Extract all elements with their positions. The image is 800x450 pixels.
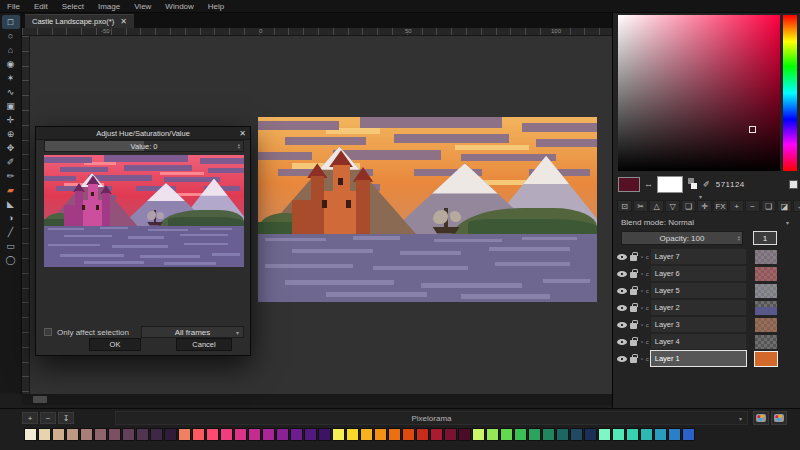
visibility-eye-icon[interactable] <box>617 271 627 277</box>
lock-icon[interactable] <box>630 289 637 295</box>
layer-thumbnail[interactable] <box>755 267 777 281</box>
lock-icon[interactable] <box>630 340 637 346</box>
layer-btn-cut[interactable]: ✂ <box>633 200 648 212</box>
default-colors-button[interactable] <box>688 178 698 190</box>
frame-btn-clear[interactable]: ◪ <box>777 200 792 212</box>
opacity-stepper-icon[interactable]: ▴▾ <box>738 235 740 242</box>
layer-row-layer-5[interactable]: ∘ c Layer 5 <box>617 283 777 298</box>
layer-btn-mask[interactable]: ▽ <box>665 200 680 212</box>
palette-swatch[interactable] <box>402 428 415 441</box>
frame-btn-add[interactable]: + <box>729 200 744 212</box>
layer-row-layer-1[interactable]: ∘ c Layer 1 <box>617 351 777 366</box>
palette-swatch[interactable] <box>430 428 443 441</box>
tool-color-picker[interactable]: ✐ <box>2 155 20 169</box>
tool-line[interactable]: ╱ <box>2 225 20 239</box>
tool-lasso[interactable]: ∿ <box>2 85 20 99</box>
visibility-eye-icon[interactable] <box>617 254 627 260</box>
palette-swatch[interactable] <box>682 428 695 441</box>
layer-thumbnail[interactable] <box>755 352 777 366</box>
tool-move[interactable]: ✛ <box>2 113 20 127</box>
palette-swatch[interactable] <box>472 428 485 441</box>
tool-ellipse-select[interactable]: ○ <box>2 29 20 43</box>
color-options-button[interactable] <box>789 180 798 189</box>
tool-rectangle[interactable]: ▭ <box>2 239 20 253</box>
blend-mode-row[interactable]: Blend mode: Normal ▾ <box>621 216 793 228</box>
layer-row-layer-3[interactable]: ∘ c Layer 3 <box>617 317 777 332</box>
layer-name[interactable]: Layer 4 <box>651 334 746 349</box>
layer-thumbnail[interactable] <box>755 301 777 315</box>
cel-icon[interactable]: c <box>646 305 649 311</box>
palette-swatch[interactable] <box>38 428 51 441</box>
layer-thumbnail[interactable] <box>755 318 777 332</box>
palette-swatch[interactable] <box>458 428 471 441</box>
tool-zoom[interactable]: ⊕ <box>2 127 20 141</box>
palette-swatch[interactable] <box>108 428 121 441</box>
visibility-eye-icon[interactable] <box>617 356 627 362</box>
link-cels-icon[interactable]: ∘ <box>640 338 644 345</box>
layer-name[interactable]: Layer 7 <box>651 249 746 264</box>
link-cels-icon[interactable]: ∘ <box>640 270 644 277</box>
palette-swatch[interactable] <box>262 428 275 441</box>
palette-swatch[interactable] <box>122 428 135 441</box>
palette-swatch[interactable] <box>136 428 149 441</box>
palette-swatch[interactable] <box>234 428 247 441</box>
palette-swatch[interactable] <box>584 428 597 441</box>
tool-polygon-select[interactable]: ⌂ <box>2 43 20 57</box>
visibility-eye-icon[interactable] <box>617 288 627 294</box>
palette-swatch[interactable] <box>612 428 625 441</box>
palette-swatch[interactable] <box>178 428 191 441</box>
edit-palette-button[interactable] <box>753 411 769 425</box>
lock-icon[interactable] <box>630 272 637 278</box>
tool-pencil[interactable]: ✏ <box>2 169 20 183</box>
layer-row-layer-6[interactable]: ∘ c Layer 6 <box>617 266 777 281</box>
cel-icon[interactable]: c <box>646 254 649 260</box>
cancel-button[interactable]: Cancel <box>176 338 232 351</box>
palette-swatch[interactable] <box>150 428 163 441</box>
menu-view[interactable]: View <box>127 2 158 11</box>
visibility-eye-icon[interactable] <box>617 322 627 328</box>
visibility-eye-icon[interactable] <box>617 305 627 311</box>
palette-swatch[interactable] <box>52 428 65 441</box>
lock-icon[interactable] <box>630 323 637 329</box>
slider-value[interactable]: Value: 0 ▴▾ <box>44 140 244 152</box>
frame-btn-move-left[interactable]: ← <box>793 200 800 212</box>
tab-castle-landscape[interactable]: Castle Landscape.pxo(*) ✕ <box>25 14 134 28</box>
dialog-title-bar[interactable]: Adjust Hue/Saturation/Value ✕ <box>36 127 250 140</box>
menu-edit[interactable]: Edit <box>27 2 55 11</box>
palette-swatch[interactable] <box>444 428 457 441</box>
cel-icon[interactable]: c <box>646 322 649 328</box>
cel-icon[interactable]: c <box>646 271 649 277</box>
swap-colors-icon[interactable]: ↔ <box>644 179 653 189</box>
palette-swatch[interactable] <box>276 428 289 441</box>
menu-file[interactable]: File <box>0 2 27 11</box>
palette-swatch[interactable] <box>94 428 107 441</box>
layer-row-layer-4[interactable]: ∘ c Layer 4 <box>617 334 777 349</box>
tab-close-icon[interactable]: ✕ <box>120 17 127 26</box>
link-cels-icon[interactable]: ∘ <box>640 253 644 260</box>
palette-swatch[interactable] <box>220 428 233 441</box>
palette-swatch[interactable] <box>598 428 611 441</box>
palette-swatch[interactable] <box>66 428 79 441</box>
palette-swatch[interactable] <box>668 428 681 441</box>
palette-swatch[interactable] <box>626 428 639 441</box>
menu-image[interactable]: Image <box>91 2 127 11</box>
palette-swatch[interactable] <box>570 428 583 441</box>
cel-icon[interactable]: c <box>646 356 649 362</box>
palette-swatch[interactable] <box>542 428 555 441</box>
link-cels-icon[interactable]: ∘ <box>640 287 644 294</box>
tool-ellipse[interactable]: ◯ <box>2 253 20 267</box>
secondary-color-swatch[interactable] <box>657 176 683 193</box>
layer-name[interactable]: Layer 2 <box>651 300 746 315</box>
layer-row-layer-7[interactable]: ∘ c Layer 7 <box>617 249 777 264</box>
menu-help[interactable]: Help <box>201 2 231 11</box>
palette-swatch[interactable] <box>640 428 653 441</box>
palette-swatch[interactable] <box>416 428 429 441</box>
ok-button[interactable]: OK <box>89 338 141 351</box>
layer-btn-effects[interactable]: FX <box>713 200 728 212</box>
cel-icon[interactable]: c <box>646 339 649 345</box>
palette-select[interactable]: Pixelorama ▾ <box>115 411 748 425</box>
slider-stepper-icon[interactable]: ▴▾ <box>238 143 240 150</box>
lock-icon[interactable] <box>630 255 637 261</box>
hex-color-value[interactable]: 571124 <box>716 180 745 189</box>
layer-btn-copy[interactable]: ❏ <box>681 200 696 212</box>
